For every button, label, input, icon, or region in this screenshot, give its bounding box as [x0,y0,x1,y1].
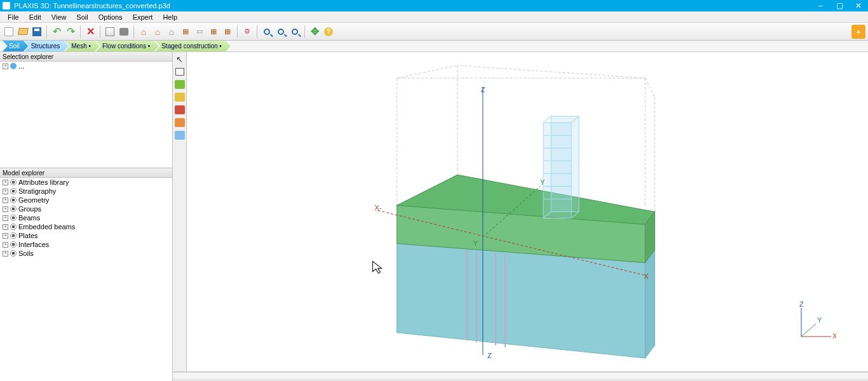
model-explorer-body[interactable]: +Attributes library +Stratigraphy +Geome… [0,178,172,381]
expand-icon[interactable]: + [3,64,8,69]
model-explorer-header: Model explorer [0,168,172,178]
compass-z: Z [799,302,804,308]
viewport-toolbar: ↖ [173,52,187,371]
tree-label: Interfaces [18,241,49,248]
nav5-button[interactable]: ▭ [193,25,206,38]
tree-label: Plates [18,232,38,239]
visibility-icon[interactable] [10,215,17,221]
zoom-out-button[interactable] [275,25,287,38]
tool-blue[interactable] [174,130,186,141]
tree-item-embeams[interactable]: +Embedded beams [0,222,172,231]
expand-icon[interactable]: + [3,242,8,248]
save-button[interactable] [31,25,43,38]
settings-button[interactable]: ⚙ [241,25,254,38]
svg-marker-1 [645,250,654,358]
menu-file[interactable]: File [3,13,24,21]
tool-yellow[interactable] [174,91,186,103]
separator [100,25,100,38]
tree-item-plates[interactable]: +Plates [0,231,172,240]
expand-icon[interactable]: + [3,197,8,203]
close-button[interactable]: ✕ [849,0,868,11]
tree-label: Beams [18,214,40,222]
workflow-tabs: Soil Structures Mesh • Flow conditions •… [0,41,868,52]
copy-button[interactable] [104,25,116,38]
tree-item-geometry[interactable]: +Geometry [0,196,172,204]
tool-red[interactable] [174,104,186,116]
menu-soil[interactable]: Soil [71,13,93,21]
menu-view[interactable]: View [46,13,72,21]
model-render: Z Z X- X Y Y [187,52,868,371]
visibility-icon[interactable] [10,206,17,212]
nav2-button[interactable]: ⌂ [151,25,164,38]
menu-edit[interactable]: Edit [24,13,46,21]
print-button[interactable] [118,25,130,38]
zoom-in-button[interactable] [261,25,273,38]
separator [133,25,134,38]
menu-expert[interactable]: Expert [128,13,158,21]
svg-marker-24 [373,262,382,274]
expand-icon[interactable]: + [3,251,8,257]
tree-item-soils[interactable]: +Soils [0,249,172,258]
separator [80,25,81,38]
expand-icon[interactable]: + [3,233,8,239]
menu-help[interactable]: Help [158,13,182,21]
tree-label: Embedded beams [18,223,75,231]
new-button[interactable] [3,25,15,38]
main-toolbar: ↶ ↷ ✕ ⌂ ⌂ ⌂ ▦ ▭ ▦ ▦ ⚙ ✥ ? + [0,23,868,41]
separator [257,25,257,38]
open-button[interactable] [17,25,29,38]
expand-icon[interactable]: + [3,189,8,194]
visibility-icon[interactable] [10,241,17,248]
svg-marker-0 [397,244,646,358]
connect-icon[interactable]: + [851,25,865,39]
visibility-icon[interactable] [10,179,17,185]
tree-item-attributes[interactable]: +Attributes library [0,178,172,187]
cursor-icon [373,262,382,274]
nav7-button[interactable]: ▦ [221,25,234,38]
expand-icon[interactable]: + [3,206,8,212]
delete-button[interactable]: ✕ [84,25,97,38]
tree-item-groups[interactable]: +Groups [0,204,172,213]
zoom-fit-button[interactable] [288,25,301,38]
maximize-button[interactable]: ▢ [830,0,849,11]
expand-icon[interactable]: + [3,215,8,221]
tab-soil[interactable]: Soil [3,41,29,51]
axis-y-neg-label: Y [473,239,478,247]
move-button[interactable]: ✥ [308,25,321,38]
selection-root-item[interactable]: + ... [0,62,172,70]
nav4-button[interactable]: ▦ [179,25,192,38]
select-tool[interactable]: ↖ [174,53,186,65]
3d-viewport[interactable]: Z Z X- X Y Y Z [187,52,868,371]
nav6-button[interactable]: ▦ [207,25,220,38]
tab-mesh[interactable]: Mesh • [65,41,100,51]
visibility-icon[interactable] [10,224,17,230]
rect-select-tool[interactable] [174,66,186,77]
visibility-icon[interactable] [10,232,17,239]
menu-options[interactable]: Options [93,13,128,21]
expand-icon[interactable]: + [3,224,8,230]
tab-flow[interactable]: Flow conditions • [96,41,159,51]
node-icon [10,63,17,69]
axis-compass: Z X Y [792,302,836,346]
minimize-button[interactable]: – [811,0,830,11]
selection-explorer-header: Selection explorer [0,52,172,62]
help-button[interactable]: ? [322,25,335,38]
redo-button[interactable]: ↷ [64,25,77,38]
selection-explorer-body[interactable]: + ... [0,62,172,168]
undo-button[interactable]: ↶ [50,25,63,38]
tool-green[interactable] [174,79,186,90]
separator [237,25,238,38]
axis-z-pos-label: Z [481,86,485,93]
visibility-icon[interactable] [10,188,17,194]
visibility-icon[interactable] [10,250,17,257]
home-button[interactable]: ⌂ [137,25,150,38]
expand-icon[interactable]: + [3,180,8,185]
nav3-button[interactable]: ⌂ [165,25,178,38]
tree-item-interfaces[interactable]: +Interfaces [0,240,172,249]
tree-item-stratigraphy[interactable]: +Stratigraphy [0,187,172,196]
tree-item-beams[interactable]: +Beams [0,213,172,222]
tab-staged[interactable]: Staged construction • [155,41,231,51]
tab-structures[interactable]: Structures [25,41,69,51]
tool-orange[interactable] [174,117,186,128]
visibility-icon[interactable] [10,197,17,203]
